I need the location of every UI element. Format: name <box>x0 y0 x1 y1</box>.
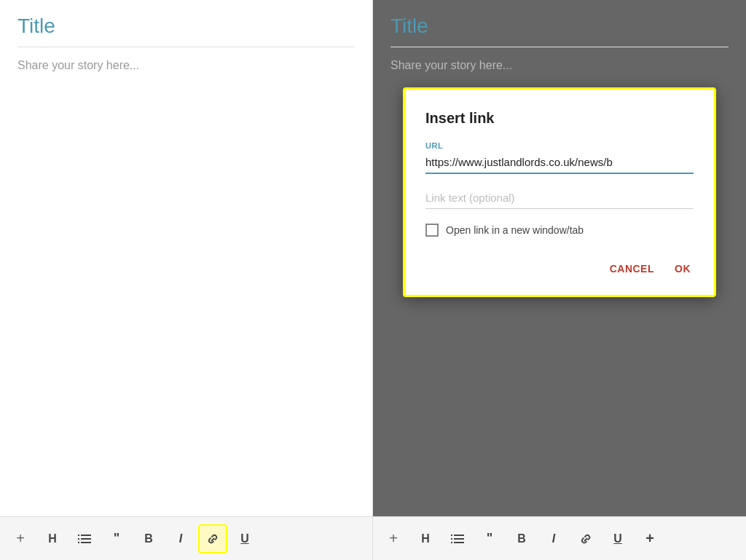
svg-rect-11 <box>451 542 452 543</box>
new-window-checkbox[interactable] <box>425 224 439 237</box>
link-button-left-highlighted[interactable] <box>198 524 227 553</box>
heading-button-right[interactable]: H <box>411 524 440 553</box>
italic-button-right[interactable]: I <box>539 524 568 553</box>
underline-button-right[interactable]: U <box>603 524 632 553</box>
svg-rect-7 <box>454 538 464 540</box>
add-button-right[interactable]: + <box>379 524 408 553</box>
underline-button-left[interactable]: U <box>230 524 259 553</box>
list-icon <box>78 534 91 544</box>
svg-rect-9 <box>451 535 452 536</box>
svg-rect-3 <box>78 535 79 536</box>
list-icon-right <box>451 534 464 544</box>
left-editor-body[interactable]: Share your story here... <box>17 59 355 502</box>
dialog-title: Insert link <box>425 110 694 127</box>
toolbar-left: + H " B I U <box>0 517 373 560</box>
link-icon-left <box>205 532 220 546</box>
heading-button-left[interactable]: H <box>38 524 67 553</box>
svg-rect-2 <box>81 542 91 543</box>
url-input[interactable] <box>425 153 694 174</box>
right-editor-panel: Title Share your story here... Insert li… <box>373 0 746 516</box>
toolbar-right: + H " B I U + <box>373 517 746 560</box>
add-button-left[interactable]: + <box>6 524 35 553</box>
svg-rect-6 <box>454 535 464 536</box>
url-label: URL <box>425 141 694 150</box>
bold-button-right[interactable]: B <box>507 524 536 553</box>
svg-rect-4 <box>78 538 79 540</box>
new-window-row: Open link in a new window/tab <box>425 224 694 237</box>
quote-button-right[interactable]: " <box>475 524 504 553</box>
svg-rect-1 <box>81 538 91 540</box>
svg-rect-0 <box>81 535 91 536</box>
insert-link-dialog: Insert link URL Open link in a new windo… <box>403 87 716 297</box>
toolbar: + H " B I U + H <box>0 516 746 560</box>
ok-button[interactable]: OK <box>672 257 694 280</box>
svg-rect-8 <box>454 542 464 543</box>
link-button-right[interactable] <box>571 524 600 553</box>
link-icon-right <box>578 532 593 546</box>
cancel-button[interactable]: CANCEL <box>607 257 657 280</box>
svg-rect-10 <box>451 538 452 540</box>
more-button-right[interactable]: + <box>635 524 664 553</box>
quote-button-left[interactable]: " <box>102 524 131 553</box>
italic-button-left[interactable]: I <box>166 524 195 553</box>
list-button-left[interactable] <box>70 524 99 553</box>
left-editor-title: Title <box>17 15 355 47</box>
bold-button-left[interactable]: B <box>134 524 163 553</box>
left-editor-panel: Title Share your story here... <box>0 0 373 516</box>
svg-rect-5 <box>78 542 79 543</box>
link-text-input[interactable] <box>425 189 694 209</box>
new-window-label: Open link in a new window/tab <box>446 224 584 236</box>
dialog-overlay: Insert link URL Open link in a new windo… <box>373 0 746 516</box>
list-button-right[interactable] <box>443 524 472 553</box>
dialog-actions: CANCEL OK <box>425 257 694 280</box>
